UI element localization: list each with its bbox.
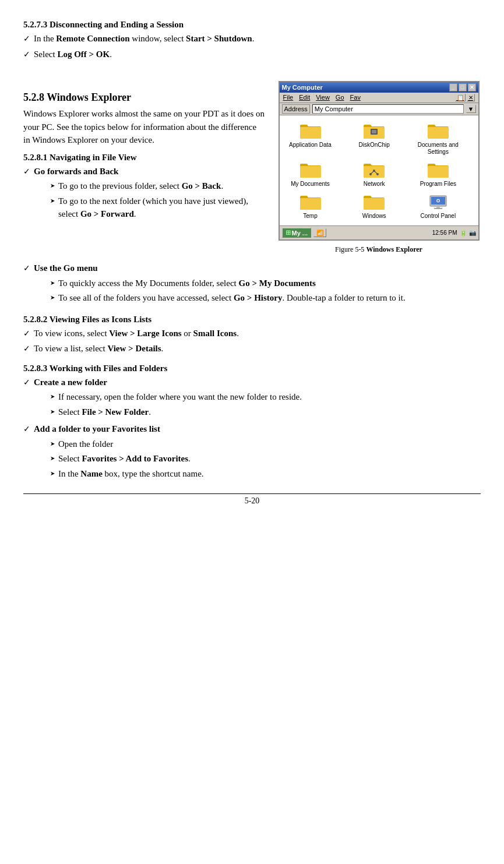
sub-list: To quickly access the My Documents folde… bbox=[34, 277, 406, 305]
sub-list-item: To go to the previous folder, select Go … bbox=[50, 179, 265, 193]
section-5282-list: ✓ To view icons, select View > Large Ico… bbox=[23, 327, 481, 355]
section-5283-list: ✓ Create a new folder If necessary, open… bbox=[23, 376, 481, 482]
folder-control-panel-icon bbox=[427, 192, 450, 211]
toolbar-icon-1[interactable]: 📋 bbox=[455, 94, 466, 101]
section-5282: 5.2.8.2 Viewing Files as Icons Lists ✓ T… bbox=[23, 315, 481, 355]
explorer-taskbar: ⊞ My ... 📶 12:56 PM 🔋 📷 bbox=[280, 225, 478, 239]
sub-list-item: Select Favorites > Add to Favorites. bbox=[50, 452, 204, 465]
menu-go[interactable]: Go bbox=[336, 94, 344, 101]
folder-label: Windows bbox=[362, 213, 386, 220]
page-number: 5-20 bbox=[245, 496, 260, 505]
svg-rect-1 bbox=[372, 130, 376, 133]
titlebar-buttons: _ □ ✕ bbox=[449, 83, 476, 91]
folder-label: Control Panel bbox=[421, 213, 456, 220]
sub-item-text: If necessary, open the folder where you … bbox=[58, 390, 302, 404]
section-528-title: 5.2.8 Windows Explorer bbox=[23, 91, 265, 104]
section-528-text: 5.2.8 Windows Explorer Windows Explorer … bbox=[23, 81, 265, 258]
close-button[interactable]: ✕ bbox=[468, 83, 476, 91]
list-item-content: Create a new folder If necessary, open t… bbox=[34, 376, 302, 421]
list-item-content: Add a folder to your Favorites list Open… bbox=[34, 422, 204, 482]
sub-list-item: Open the folder bbox=[50, 438, 204, 451]
sub-item-text: To go to the next folder (which you have… bbox=[58, 195, 265, 221]
go-back-label: Go forwards and Back bbox=[34, 167, 118, 176]
address-label: Address bbox=[282, 104, 310, 114]
start-button[interactable]: ⊞ My ... bbox=[282, 228, 312, 238]
section-528-intro: Windows Explorer works almost the same o… bbox=[23, 107, 265, 147]
folder-network[interactable]: Network bbox=[348, 160, 400, 188]
list-item-text: To view a list, select View > Details. bbox=[34, 342, 163, 355]
sub-item-text: To quickly access the My Documents folde… bbox=[58, 277, 316, 290]
section-5281-list: ✓ Go forwards and Back To go to the prev… bbox=[23, 165, 265, 223]
folder-diskonchip[interactable]: DiskOnChip bbox=[348, 121, 400, 156]
check-icon: ✓ bbox=[23, 33, 30, 45]
sub-list-item: If necessary, open the folder where you … bbox=[50, 390, 302, 404]
folder-windows[interactable]: Windows bbox=[348, 192, 400, 220]
sub-item-text: Select File > New Folder. bbox=[58, 405, 151, 419]
check-icon: ✓ bbox=[23, 262, 30, 306]
list-item: ✓ To view icons, select View > Large Ico… bbox=[23, 327, 481, 340]
folder-my-documents[interactable]: My Documents bbox=[284, 160, 337, 188]
explorer-addressbar: Address ▼ bbox=[280, 103, 478, 115]
figure-caption-prefix: Figure 5-5 bbox=[335, 245, 366, 253]
svg-rect-10 bbox=[434, 208, 442, 209]
maximize-button[interactable]: □ bbox=[459, 83, 467, 91]
folder-my-documents-icon bbox=[299, 160, 322, 179]
page-footer: 5-20 bbox=[23, 493, 481, 506]
check-icon: ✓ bbox=[23, 48, 30, 61]
menu-edit[interactable]: Edit bbox=[299, 94, 310, 101]
sub-list: If necessary, open the folder where you … bbox=[34, 390, 302, 418]
taskbar-extra-icon: 📷 bbox=[469, 230, 476, 236]
menu-view[interactable]: View bbox=[316, 94, 330, 101]
folder-label: Documents and Settings bbox=[412, 142, 464, 156]
folder-label: Program Files bbox=[420, 181, 456, 188]
list-item-text: Select Log Off > OK. bbox=[34, 48, 112, 61]
sub-item-text: Open the folder bbox=[58, 438, 113, 451]
check-icon: ✓ bbox=[23, 327, 30, 340]
create-folder-label: Create a new folder bbox=[34, 378, 107, 387]
list-item-content: Go forwards and Back To go to the previo… bbox=[34, 165, 265, 223]
address-dropdown[interactable]: ▼ bbox=[466, 105, 476, 113]
sub-list-item: To quickly access the My Documents folde… bbox=[50, 277, 406, 290]
list-item-go-back: ✓ Go forwards and Back To go to the prev… bbox=[23, 165, 265, 223]
folder-program-files[interactable]: Program Files bbox=[412, 160, 464, 188]
minimize-button[interactable]: _ bbox=[449, 83, 457, 91]
folder-control-panel[interactable]: Control Panel bbox=[412, 192, 464, 220]
section-5283: 5.2.8.3 Working with Files and Folders ✓… bbox=[23, 364, 481, 482]
folder-label: My Documents bbox=[291, 181, 330, 188]
sub-item-text: To see all of the folders you have acces… bbox=[58, 291, 406, 305]
folder-program-files-icon bbox=[427, 160, 450, 179]
figure-caption-text: Windows Explorer bbox=[366, 245, 422, 253]
toolbar-icon-2[interactable]: ✕ bbox=[467, 94, 475, 101]
list-item-create-folder: ✓ Create a new folder If necessary, open… bbox=[23, 376, 481, 421]
section-5281-list-2: ✓ Use the Go menu To quickly access the … bbox=[23, 262, 481, 306]
address-input[interactable] bbox=[312, 104, 464, 114]
sub-item-text: In the Name box, type the shortcut name. bbox=[58, 467, 204, 481]
explorer-window: My Computer _ □ ✕ File Edit View Go Fav … bbox=[279, 81, 480, 241]
folder-temp[interactable]: Temp bbox=[284, 192, 337, 220]
folder-label: Application Data bbox=[289, 142, 332, 149]
go-menu-label: Use the Go menu bbox=[34, 263, 98, 273]
folder-temp-icon bbox=[299, 192, 322, 211]
folder-application-data[interactable]: Application Data bbox=[284, 121, 337, 156]
folder-documents-settings[interactable]: Documents and Settings bbox=[412, 121, 464, 156]
sub-list: To go to the previous folder, select Go … bbox=[34, 179, 265, 221]
windows-flag-icon: ⊞ bbox=[286, 229, 291, 237]
svg-rect-9 bbox=[436, 206, 440, 208]
sub-list: Open the folder Select Favorites > Add t… bbox=[34, 438, 204, 481]
menu-fav[interactable]: Fav bbox=[350, 94, 361, 101]
list-item-content: Use the Go menu To quickly access the My… bbox=[34, 262, 406, 306]
folder-label: Network bbox=[364, 181, 385, 188]
menu-file[interactable]: File bbox=[283, 94, 294, 101]
explorer-content: Application Data DiskOnChip bbox=[280, 115, 478, 225]
taskbar-network-btn[interactable]: 📶 bbox=[313, 228, 326, 237]
folder-network-icon bbox=[362, 160, 386, 179]
sub-list-item: In the Name box, type the shortcut name. bbox=[50, 467, 204, 481]
section-5273-title: 5.2.7.3 Disconnecting and Ending a Sessi… bbox=[23, 20, 481, 30]
sub-list-item: To go to the next folder (which you have… bbox=[50, 195, 265, 221]
section-5273-list: ✓ In the Remote Connection window, selec… bbox=[23, 32, 481, 61]
list-item-text: In the Remote Connection window, select … bbox=[34, 32, 254, 45]
taskbar-time: 12:56 PM bbox=[432, 230, 457, 236]
folder-label: DiskOnChip bbox=[358, 142, 389, 149]
check-icon: ✓ bbox=[23, 165, 30, 223]
section-528-container: 5.2.8 Windows Explorer Windows Explorer … bbox=[23, 81, 481, 258]
